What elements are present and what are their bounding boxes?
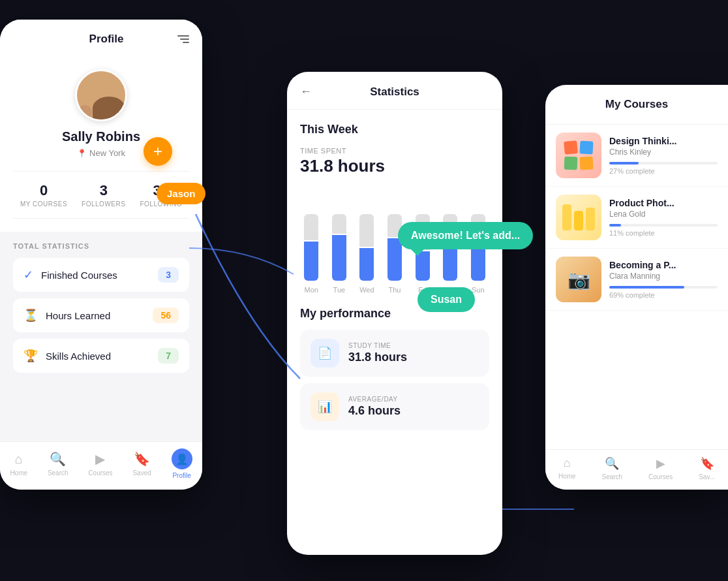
courses-nav-courses[interactable]: ▶ Courses — [648, 456, 673, 480]
home-nav-icon: ⌂ — [564, 456, 571, 470]
hours-learned-badge: 56 — [153, 307, 179, 323]
time-spent-value: 31.8 hours — [300, 156, 489, 176]
saved-nav-label: Sav... — [699, 473, 715, 480]
total-stats-title: TOTAL STATISTICS — [13, 242, 189, 250]
avatar — [75, 69, 127, 121]
hourglass-icon: ⏳ — [23, 308, 38, 322]
average-day-card: 📊 AVERAGE/DAY 4.6 hours — [300, 383, 489, 430]
progress-bar-3 — [609, 286, 718, 289]
course-thumb-2 — [556, 195, 601, 240]
filter-icon[interactable] — [177, 35, 189, 43]
profile-nav-circle: 👤 — [172, 448, 192, 469]
courses-phone: My Courses Design Thinki... Chris Kinley… — [545, 85, 728, 490]
nav-saved[interactable]: 🔖 Saved — [132, 451, 151, 477]
statistics-title: Statistics — [322, 86, 467, 99]
profile-body: Sally Robins 📍 New York 0 MY COURSES 3 F… — [0, 56, 202, 232]
add-button[interactable] — [144, 137, 172, 166]
bar-wed — [356, 189, 378, 281]
profile-header: Profile — [0, 20, 202, 56]
checkmark-icon: ✓ — [23, 268, 33, 282]
document-icon: 📄 — [318, 346, 332, 360]
progress-label-2: 11% complete — [609, 229, 718, 237]
avatar-wrap — [75, 69, 127, 121]
stats-body: This Week TIME SPENT 31.8 hours — [287, 110, 502, 547]
study-time-card: 📄 STUDY TIME 31.8 hours — [300, 330, 489, 377]
trophy-icon: 🏆 — [23, 349, 38, 363]
average-day-icon-wrap: 📊 — [311, 392, 339, 421]
stats-header: ← Statistics — [287, 72, 502, 110]
profile-bottom-nav: ⌂ Home 🔍 Search ▶ Courses 🔖 Saved 👤 Prof… — [0, 441, 202, 490]
study-time-value: 31.8 hours — [348, 351, 407, 364]
course-item-1[interactable]: Design Thinki... Chris Kinley 27% comple… — [545, 125, 728, 187]
awesome-bubble: Awesome! Let's add... — [398, 222, 533, 249]
home-icon: ⌂ — [15, 452, 23, 467]
progress-label-1: 27% complete — [609, 167, 718, 175]
course-author-2: Lena Gold — [609, 210, 718, 219]
susan-tooltip: Susan — [417, 287, 475, 312]
skills-achieved-badge: 7 — [158, 348, 179, 364]
course-title-2: Product Phot... — [609, 198, 718, 208]
course-author-1: Chris Kinley — [609, 148, 718, 157]
average-day-label: AVERAGE/DAY — [348, 396, 401, 403]
hours-learned-row: ⏳ Hours Learned 56 — [13, 298, 189, 332]
progress-label-3: 69% complete — [609, 291, 718, 299]
nav-search[interactable]: 🔍 Search — [48, 451, 68, 477]
course-item-2[interactable]: Product Phot... Lena Gold 11% complete — [545, 187, 728, 249]
home-nav-label: Home — [558, 473, 576, 480]
nav-home[interactable]: ⌂ Home — [10, 452, 27, 477]
my-courses-stat: 0 MY COURSES — [20, 182, 67, 208]
average-day-value: 4.6 hours — [348, 404, 401, 418]
study-time-label: STUDY TIME — [348, 342, 407, 349]
courses-bottom-nav: ⌂ Home 🔍 Search ▶ Courses 🔖 Sav... — [545, 449, 728, 490]
search-nav-icon: 🔍 — [605, 456, 619, 471]
course-item-3[interactable]: 📷 Becoming a P... Clara Manning 69% comp… — [545, 249, 728, 311]
course-title-3: Becoming a P... — [609, 260, 718, 270]
nav-courses[interactable]: ▶ Courses — [88, 451, 112, 477]
skills-achieved-label: Skills Achieved — [46, 351, 111, 362]
followers-stat: 3 FOLLOWERS — [82, 182, 125, 208]
bar-mon — [300, 189, 323, 281]
course-info-2: Product Phot... Lena Gold 11% complete — [609, 198, 718, 237]
courses-nav-saved[interactable]: 🔖 Sav... — [699, 456, 715, 480]
courses-icon: ▶ — [95, 451, 105, 467]
skills-achieved-row: 🏆 Skills Achieved 7 — [13, 339, 189, 373]
time-spent-label: TIME SPENT — [300, 147, 489, 155]
total-stats-section: TOTAL STATISTICS ✓ Finished Courses 3 ⏳ … — [0, 232, 202, 390]
courses-nav-label: Courses — [648, 473, 673, 480]
courses-nav-icon: ▶ — [656, 456, 665, 471]
finished-courses-row: ✓ Finished Courses 3 — [13, 258, 189, 292]
progress-bar-1 — [609, 162, 718, 165]
course-thumb-3: 📷 — [556, 257, 601, 302]
course-title-1: Design Thinki... — [609, 136, 718, 146]
finished-courses-label: Finished Courses — [41, 270, 117, 281]
profile-title: Profile — [89, 33, 124, 46]
courses-nav-search[interactable]: 🔍 Search — [602, 456, 623, 480]
profile-phone: Profile Sally Robins 📍 New York 0 MY COU… — [0, 20, 202, 490]
course-info-3: Becoming a P... Clara Manning 69% comple… — [609, 260, 718, 299]
finished-courses-badge: 3 — [158, 267, 179, 283]
course-info-1: Design Thinki... Chris Kinley 27% comple… — [609, 136, 718, 175]
progress-bar-2 — [609, 224, 718, 227]
this-week-label: This Week — [300, 123, 489, 136]
statistics-phone: ← Statistics This Week TIME SPENT 31.8 h… — [287, 72, 502, 555]
bar-tue — [328, 189, 351, 281]
course-thumb-1 — [556, 133, 601, 178]
study-time-icon-wrap: 📄 — [311, 339, 339, 368]
back-arrow-icon[interactable]: ← — [300, 85, 312, 99]
courses-nav-home[interactable]: ⌂ Home — [558, 456, 576, 480]
nav-profile[interactable]: 👤 Profile — [172, 448, 192, 479]
hours-learned-label: Hours Learned — [46, 310, 110, 321]
saved-nav-icon: 🔖 — [700, 456, 714, 471]
search-icon: 🔍 — [50, 451, 66, 467]
jason-tooltip: Jason — [157, 183, 205, 204]
chart-icon: 📊 — [318, 400, 332, 414]
profile-nav-icon: 👤 — [175, 453, 189, 465]
saved-icon: 🔖 — [134, 451, 150, 467]
course-author-3: Clara Manning — [609, 272, 718, 281]
courses-header: My Courses — [545, 85, 728, 125]
search-nav-label: Search — [602, 473, 623, 480]
